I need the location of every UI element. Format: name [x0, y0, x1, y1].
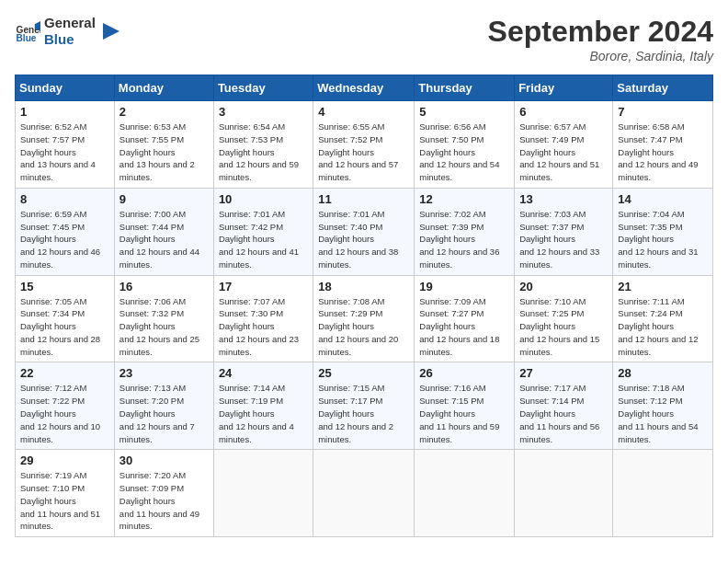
- table-row: 10 Sunrise: 7:01 AM Sunset: 7:42 PM Dayl…: [213, 188, 313, 275]
- day-info: Sunrise: 6:53 AM Sunset: 7:55 PM Dayligh…: [119, 121, 209, 184]
- logo-blue: Blue: [44, 31, 96, 48]
- day-number: 8: [20, 192, 109, 206]
- day-info: Sunrise: 7:20 AM Sunset: 7:09 PM Dayligh…: [119, 469, 209, 533]
- day-number: 9: [119, 192, 209, 206]
- day-number: 19: [419, 280, 509, 293]
- day-number: 30: [119, 454, 209, 467]
- col-sunday: Sunday: [16, 75, 115, 101]
- table-row: 2 Sunrise: 6:53 AM Sunset: 7:55 PM Dayli…: [114, 101, 213, 189]
- table-row: 11 Sunrise: 7:01 AM Sunset: 7:40 PM Dayl…: [313, 188, 415, 275]
- day-info: Sunrise: 6:55 AM Sunset: 7:52 PM Dayligh…: [318, 121, 409, 184]
- day-info: Sunrise: 6:54 AM Sunset: 7:53 PM Dayligh…: [219, 121, 308, 184]
- table-row: 24 Sunrise: 7:14 AM Sunset: 7:19 PM Dayl…: [213, 362, 313, 450]
- table-row: 18 Sunrise: 7:08 AM Sunset: 7:29 PM Dayl…: [313, 275, 415, 362]
- day-info: Sunrise: 6:56 AM Sunset: 7:50 PM Dayligh…: [419, 121, 509, 184]
- table-row: [313, 450, 415, 537]
- day-number: 1: [20, 105, 109, 119]
- day-info: Sunrise: 7:19 AM Sunset: 7:10 PM Dayligh…: [20, 469, 109, 533]
- day-number: 29: [20, 454, 109, 467]
- calendar-table: Sunday Monday Tuesday Wednesday Thursday…: [15, 75, 713, 537]
- calendar-week-2: 8 Sunrise: 6:59 AM Sunset: 7:45 PM Dayli…: [16, 188, 713, 275]
- table-row: [415, 450, 515, 537]
- table-row: 25 Sunrise: 7:15 AM Sunset: 7:17 PM Dayl…: [313, 362, 415, 450]
- table-row: 21 Sunrise: 7:11 AM Sunset: 7:24 PM Dayl…: [613, 275, 713, 362]
- day-info: Sunrise: 6:57 AM Sunset: 7:49 PM Dayligh…: [519, 121, 608, 184]
- day-info: Sunrise: 7:17 AM Sunset: 7:14 PM Dayligh…: [519, 382, 608, 445]
- day-info: Sunrise: 7:02 AM Sunset: 7:39 PM Dayligh…: [419, 208, 509, 271]
- day-number: 14: [618, 192, 708, 206]
- day-info: Sunrise: 7:16 AM Sunset: 7:15 PM Dayligh…: [419, 382, 509, 445]
- day-number: 7: [618, 105, 708, 119]
- table-row: 29 Sunrise: 7:19 AM Sunset: 7:10 PM Dayl…: [16, 450, 115, 537]
- day-number: 22: [20, 366, 109, 380]
- day-info: Sunrise: 7:09 AM Sunset: 7:27 PM Dayligh…: [419, 295, 509, 359]
- calendar-week-1: 1 Sunrise: 6:52 AM Sunset: 7:57 PM Dayli…: [16, 101, 713, 189]
- day-number: 6: [519, 105, 608, 119]
- calendar-header-row: Sunday Monday Tuesday Wednesday Thursday…: [16, 75, 713, 101]
- day-info: Sunrise: 7:15 AM Sunset: 7:17 PM Dayligh…: [318, 382, 409, 445]
- day-number: 18: [318, 280, 409, 293]
- day-number: 27: [519, 366, 608, 380]
- table-row: 17 Sunrise: 7:07 AM Sunset: 7:30 PM Dayl…: [213, 275, 313, 362]
- month-title: September 2024: [488, 15, 713, 49]
- table-row: [213, 450, 313, 537]
- day-info: Sunrise: 7:12 AM Sunset: 7:22 PM Dayligh…: [20, 382, 109, 445]
- day-number: 26: [419, 366, 509, 380]
- day-number: 17: [219, 280, 308, 293]
- day-info: Sunrise: 7:07 AM Sunset: 7:30 PM Dayligh…: [219, 295, 308, 359]
- day-number: 24: [219, 366, 308, 380]
- table-row: 8 Sunrise: 6:59 AM Sunset: 7:45 PM Dayli…: [16, 188, 115, 275]
- table-row: 4 Sunrise: 6:55 AM Sunset: 7:52 PM Dayli…: [313, 101, 415, 189]
- logo: General Blue General Blue: [15, 15, 119, 48]
- day-info: Sunrise: 7:18 AM Sunset: 7:12 PM Dayligh…: [618, 382, 708, 445]
- day-number: 16: [119, 280, 209, 293]
- day-number: 5: [419, 105, 509, 119]
- day-info: Sunrise: 7:06 AM Sunset: 7:32 PM Dayligh…: [119, 295, 209, 359]
- day-info: Sunrise: 7:01 AM Sunset: 7:42 PM Dayligh…: [219, 208, 308, 271]
- day-number: 21: [618, 280, 708, 293]
- day-number: 12: [419, 192, 509, 206]
- day-number: 11: [318, 192, 409, 206]
- day-info: Sunrise: 7:03 AM Sunset: 7:37 PM Dayligh…: [519, 208, 608, 271]
- table-row: 28 Sunrise: 7:18 AM Sunset: 7:12 PM Dayl…: [613, 362, 713, 450]
- table-row: 1 Sunrise: 6:52 AM Sunset: 7:57 PM Dayli…: [16, 101, 115, 189]
- calendar-week-5: 29 Sunrise: 7:19 AM Sunset: 7:10 PM Dayl…: [16, 450, 713, 537]
- day-info: Sunrise: 6:52 AM Sunset: 7:57 PM Dayligh…: [20, 121, 109, 184]
- logo-general: General: [44, 15, 96, 31]
- day-number: 15: [20, 280, 109, 293]
- logo-arrow-icon: [99, 21, 119, 41]
- table-row: 13 Sunrise: 7:03 AM Sunset: 7:37 PM Dayl…: [515, 188, 613, 275]
- table-row: 19 Sunrise: 7:09 AM Sunset: 7:27 PM Dayl…: [415, 275, 515, 362]
- calendar-week-3: 15 Sunrise: 7:05 AM Sunset: 7:34 PM Dayl…: [16, 275, 713, 362]
- table-row: 27 Sunrise: 7:17 AM Sunset: 7:14 PM Dayl…: [515, 362, 613, 450]
- col-saturday: Saturday: [613, 75, 713, 101]
- day-number: 4: [318, 105, 409, 119]
- table-row: 15 Sunrise: 7:05 AM Sunset: 7:34 PM Dayl…: [16, 275, 115, 362]
- svg-text:Blue: Blue: [17, 33, 37, 43]
- day-info: Sunrise: 7:13 AM Sunset: 7:20 PM Dayligh…: [119, 382, 209, 445]
- day-number: 13: [519, 192, 608, 206]
- day-info: Sunrise: 7:01 AM Sunset: 7:40 PM Dayligh…: [318, 208, 409, 271]
- table-row: 12 Sunrise: 7:02 AM Sunset: 7:39 PM Dayl…: [415, 188, 515, 275]
- col-friday: Friday: [515, 75, 613, 101]
- day-info: Sunrise: 6:58 AM Sunset: 7:47 PM Dayligh…: [618, 121, 708, 184]
- location: Borore, Sardinia, Italy: [488, 49, 713, 63]
- table-row: 20 Sunrise: 7:10 AM Sunset: 7:25 PM Dayl…: [515, 275, 613, 362]
- day-number: 23: [119, 366, 209, 380]
- table-row: 7 Sunrise: 6:58 AM Sunset: 7:47 PM Dayli…: [613, 101, 713, 189]
- svg-marker-3: [103, 23, 119, 40]
- col-thursday: Thursday: [415, 75, 515, 101]
- day-info: Sunrise: 7:04 AM Sunset: 7:35 PM Dayligh…: [618, 208, 708, 271]
- table-row: 5 Sunrise: 6:56 AM Sunset: 7:50 PM Dayli…: [415, 101, 515, 189]
- col-wednesday: Wednesday: [313, 75, 415, 101]
- logo-icon: General Blue: [15, 18, 40, 44]
- table-row: 3 Sunrise: 6:54 AM Sunset: 7:53 PM Dayli…: [213, 101, 313, 189]
- table-row: 23 Sunrise: 7:13 AM Sunset: 7:20 PM Dayl…: [114, 362, 213, 450]
- day-info: Sunrise: 7:08 AM Sunset: 7:29 PM Dayligh…: [318, 295, 409, 359]
- title-block: September 2024 Borore, Sardinia, Italy: [488, 15, 713, 63]
- col-monday: Monday: [114, 75, 213, 101]
- day-info: Sunrise: 7:10 AM Sunset: 7:25 PM Dayligh…: [519, 295, 608, 359]
- table-row: 16 Sunrise: 7:06 AM Sunset: 7:32 PM Dayl…: [114, 275, 213, 362]
- table-row: 14 Sunrise: 7:04 AM Sunset: 7:35 PM Dayl…: [613, 188, 713, 275]
- day-number: 10: [219, 192, 308, 206]
